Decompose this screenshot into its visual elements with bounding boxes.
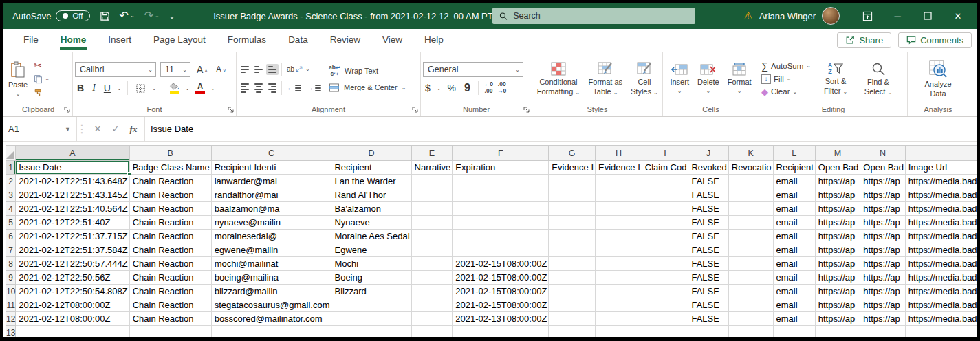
cell-J8[interactable]: FALSE (688, 257, 728, 271)
font-size-select[interactable]: 11⌄ (160, 62, 190, 77)
cell-B4[interactable]: Chain Reaction (129, 202, 211, 216)
cell-J5[interactable]: FALSE (688, 216, 728, 230)
cell-D7[interactable]: Egwene (331, 243, 411, 257)
cell-K7[interactable] (728, 243, 773, 257)
cell-K8[interactable] (728, 257, 773, 271)
cell-E4[interactable] (411, 202, 453, 216)
format-cells-button[interactable]: Format⌄ (726, 61, 754, 96)
col-header-F[interactable]: F (453, 146, 549, 161)
accounting-dropdown[interactable]: ⌄ (437, 85, 442, 91)
cell-E13[interactable] (411, 326, 453, 338)
fill-color-button[interactable] (168, 82, 181, 94)
cell-A9[interactable]: 2021-02-12T22:50:56Z (16, 271, 129, 285)
cell-H6[interactable] (596, 230, 642, 243)
select-all-corner[interactable] (6, 146, 16, 161)
cell-H10[interactable] (596, 285, 642, 298)
fill-handle[interactable] (127, 172, 131, 176)
align-left-button[interactable] (239, 81, 251, 95)
search-box[interactable] (492, 8, 695, 24)
col-header-O[interactable]: O (905, 146, 977, 161)
cell-A2[interactable]: 2021-02-12T22:51:43.648Z (16, 175, 129, 188)
search-input[interactable] (513, 11, 688, 21)
cell-L10[interactable]: email (773, 285, 815, 298)
copy-button[interactable]: ⌄ (32, 74, 51, 85)
cell-A12[interactable]: 2021-02-12T08:00:00Z (16, 312, 129, 326)
cell-C1[interactable]: Recipient Identi (211, 161, 331, 175)
cell-F2[interactable] (453, 175, 549, 188)
cell-O6[interactable]: https://media.badgr.com/uploads/badges (905, 230, 977, 243)
row-header-6[interactable]: 6 (6, 230, 16, 243)
cell-C11[interactable]: stegatacosaurus@gmail.com (211, 298, 331, 312)
cell-N2[interactable]: https://ap (860, 175, 906, 188)
cell-A8[interactable]: 2021-02-12T22:50:57.444Z (16, 257, 129, 271)
cell-B13[interactable] (129, 326, 211, 338)
cell-A1[interactable]: Issue Date (16, 161, 129, 175)
minimize-button[interactable]: ─ (882, 3, 913, 28)
cell-A7[interactable]: 2021-02-12T22:51:37.584Z (16, 243, 129, 257)
formula-input[interactable]: Issue Date (145, 117, 977, 141)
cell-I12[interactable] (642, 312, 688, 326)
cell-C13[interactable] (211, 326, 331, 338)
cell-I2[interactable] (642, 175, 688, 188)
cell-J9[interactable]: FALSE (688, 271, 728, 285)
cell-L8[interactable]: email (773, 257, 815, 271)
cell-M12[interactable]: https://ap (815, 312, 860, 326)
cell-F13[interactable] (453, 326, 549, 338)
tab-insert[interactable]: Insert (97, 29, 142, 51)
cell-L2[interactable]: email (773, 175, 815, 188)
cell-G11[interactable] (549, 298, 596, 312)
cell-G12[interactable] (549, 312, 596, 326)
col-header-E[interactable]: E (411, 146, 453, 161)
cell-H12[interactable] (596, 312, 642, 326)
cell-H8[interactable] (596, 257, 642, 271)
cell-I7[interactable] (642, 243, 688, 257)
col-header-G[interactable]: G (549, 146, 596, 161)
cell-I11[interactable] (642, 298, 688, 312)
cell-O8[interactable]: https://media.badgr.com/uploads/badges (905, 257, 977, 271)
cell-N6[interactable]: https://ap (860, 230, 906, 243)
col-header-K[interactable]: K (728, 146, 773, 161)
user-name[interactable]: Ariana Winger (759, 11, 816, 21)
cell-L6[interactable]: email (773, 230, 815, 243)
cell-M6[interactable]: https://ap (815, 230, 860, 243)
save-button[interactable] (100, 11, 110, 21)
grow-font-button[interactable]: A˄ (195, 65, 210, 74)
cell-L1[interactable]: Recipient (773, 161, 815, 175)
cell-E1[interactable]: Narrative (411, 161, 453, 175)
cell-I6[interactable] (642, 230, 688, 243)
cell-M7[interactable]: https://ap (815, 243, 860, 257)
cell-F8[interactable]: 2021-02-15T08:00:00Z (453, 257, 549, 271)
cell-M10[interactable]: https://ap (815, 285, 860, 298)
delete-cells-button[interactable]: Delete⌄ (695, 61, 721, 96)
cell-C7[interactable]: egwene@mailin (211, 243, 331, 257)
cell-L12[interactable]: email (773, 312, 815, 326)
clear-button[interactable]: ◆Clear⌄ (761, 87, 797, 97)
find-select-button[interactable]: Find & Select ⌄ (860, 60, 896, 98)
percent-style-button[interactable]: % (446, 83, 458, 93)
tab-page-layout[interactable]: Page Layout (142, 29, 217, 51)
paste-button[interactable]: Paste⌄ (6, 58, 30, 98)
cell-E12[interactable] (411, 312, 453, 326)
col-header-D[interactable]: D (331, 146, 411, 161)
cell-J2[interactable]: FALSE (688, 175, 728, 188)
autosave-pill[interactable]: Off (56, 10, 89, 21)
cell-O1[interactable]: Image Url (905, 161, 977, 175)
cell-D12[interactable] (331, 312, 411, 326)
cell-L11[interactable]: email (773, 298, 815, 312)
fill-color-dropdown[interactable]: ⌄ (185, 85, 190, 91)
cell-K1[interactable]: Revocatio (728, 161, 773, 175)
shrink-font-button[interactable]: A˅ (214, 65, 228, 74)
col-header-I[interactable]: I (642, 146, 688, 161)
cell-L5[interactable]: email (773, 216, 815, 230)
row-header-1[interactable]: 1 (6, 161, 16, 175)
cell-B9[interactable]: Chain Reaction (129, 271, 211, 285)
row-header-12[interactable]: 12 (6, 312, 16, 326)
cell-N5[interactable]: https://ap (860, 216, 906, 230)
cut-button[interactable]: ✂ (32, 60, 43, 71)
cell-L7[interactable]: email (773, 243, 815, 257)
comma-style-button[interactable]: 9 (462, 82, 472, 94)
name-box-dropdown-icon[interactable]: ▼ (65, 126, 71, 133)
cell-D11[interactable] (331, 298, 411, 312)
cell-B11[interactable]: Chain Reaction (129, 298, 211, 312)
cell-G7[interactable] (549, 243, 596, 257)
